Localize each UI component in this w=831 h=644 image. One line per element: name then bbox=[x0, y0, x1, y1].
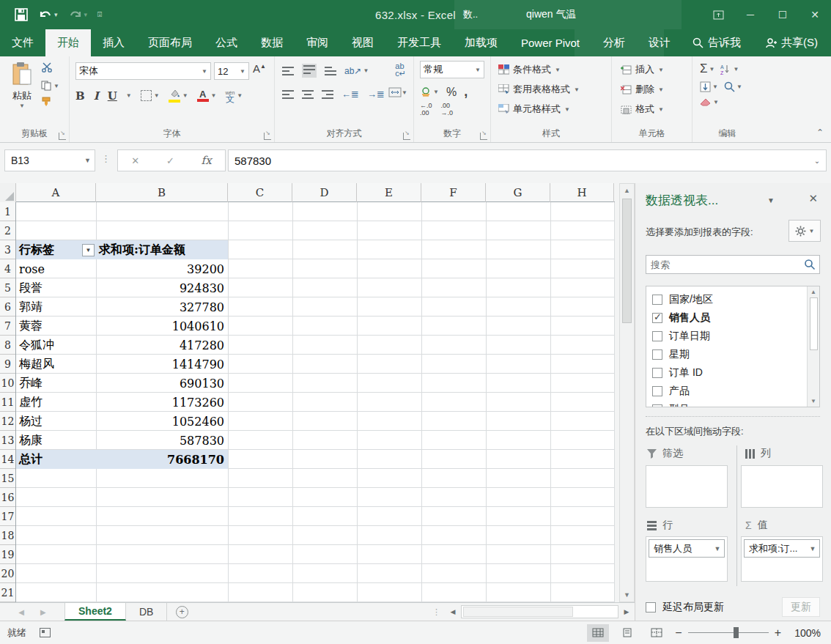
row-header[interactable]: 5 bbox=[0, 278, 15, 297]
scroll-up-icon[interactable]: ▲ bbox=[810, 286, 816, 297]
redo-button[interactable]: ▾ bbox=[68, 9, 88, 21]
checkbox[interactable] bbox=[652, 331, 662, 341]
scrollbar-resize-handle[interactable]: ⋮ bbox=[428, 603, 445, 621]
customize-qat-button[interactable]: ⍗ bbox=[97, 10, 102, 19]
collapse-ribbon-button[interactable]: ⌃ bbox=[816, 127, 824, 138]
pivot-row[interactable]: 段誉924830 bbox=[16, 278, 228, 297]
font-size-combo[interactable]: 12▼ bbox=[214, 62, 249, 80]
sheet-tab-db[interactable]: DB bbox=[126, 603, 167, 621]
column-header-d[interactable]: D bbox=[292, 183, 357, 202]
tab-power-pivot[interactable]: Power Pivot bbox=[509, 29, 591, 56]
row-header[interactable]: 21 bbox=[0, 583, 15, 602]
row-header[interactable]: 4 bbox=[0, 259, 15, 278]
sort-filter-button[interactable]: AZ ▼ bbox=[720, 64, 739, 75]
defer-layout-checkbox[interactable] bbox=[646, 602, 656, 612]
field-item-model[interactable]: 型号 bbox=[646, 400, 807, 407]
tell-me-box[interactable]: 告诉我 bbox=[682, 29, 751, 56]
pill-dropdown-caret[interactable]: ▼ bbox=[806, 545, 819, 552]
align-middle-button[interactable] bbox=[302, 64, 317, 78]
row-header[interactable]: 11 bbox=[0, 393, 15, 412]
tab-pivottable-design[interactable]: 设计 bbox=[637, 29, 682, 56]
align-right-icon[interactable] bbox=[322, 90, 333, 99]
row-header[interactable]: 10 bbox=[0, 374, 15, 393]
column-header-e[interactable]: E bbox=[357, 183, 421, 202]
tab-review[interactable]: 审阅 bbox=[295, 29, 340, 56]
pane-close-icon[interactable]: ✕ bbox=[808, 192, 818, 205]
pivot-row[interactable]: 杨康587830 bbox=[16, 431, 228, 450]
cell-area[interactable]: 行标签 ▼ 求和项:订单金额 rose39200 段誉924830 郭靖3277… bbox=[16, 202, 615, 602]
underline-dropdown-caret[interactable]: ▼ bbox=[126, 92, 132, 99]
pivot-row[interactable]: 虚竹1173260 bbox=[16, 393, 228, 412]
field-list-scroll-thumb[interactable] bbox=[810, 297, 818, 350]
filters-drop-area[interactable] bbox=[646, 465, 728, 508]
name-box-dropdown-caret[interactable]: ▼ bbox=[80, 157, 95, 164]
format-painter-button[interactable] bbox=[41, 97, 59, 109]
scroll-down-icon[interactable]: ▼ bbox=[810, 396, 816, 407]
field-item-country[interactable]: 国家/地区 bbox=[646, 290, 807, 308]
number-dialog-launcher[interactable] bbox=[480, 133, 487, 140]
grow-font-button[interactable]: A▲ bbox=[253, 62, 266, 75]
column-header-h[interactable]: H bbox=[550, 183, 614, 202]
tab-file[interactable]: 文件 bbox=[0, 29, 45, 56]
field-search-input[interactable] bbox=[646, 259, 804, 270]
pill-dropdown-caret[interactable]: ▼ bbox=[711, 545, 724, 552]
alignment-dialog-launcher[interactable] bbox=[403, 133, 410, 140]
delete-cells-button[interactable]: 删除▼ bbox=[621, 83, 664, 96]
align-top-icon[interactable] bbox=[282, 67, 294, 75]
vertical-scroll-thumb[interactable] bbox=[622, 199, 632, 323]
field-item-salesperson[interactable]: 销售人员 bbox=[646, 308, 807, 327]
checkbox[interactable] bbox=[652, 349, 662, 360]
decrease-indent-icon[interactable]: ←≣ bbox=[341, 89, 359, 100]
comma-style-button[interactable]: , bbox=[464, 84, 468, 100]
zoom-in-button[interactable]: + bbox=[775, 626, 781, 640]
find-select-button[interactable]: ▼ bbox=[724, 81, 742, 92]
tools-button[interactable]: ▼ bbox=[788, 220, 821, 242]
format-as-table-button[interactable]: 套用表格格式▼ bbox=[498, 83, 580, 96]
horizontal-scroll-thumb[interactable] bbox=[463, 607, 573, 617]
row-header[interactable]: 15 bbox=[0, 469, 15, 488]
insert-cells-button[interactable]: 插入▼ bbox=[621, 63, 664, 76]
row-header[interactable]: 16 bbox=[0, 488, 15, 507]
row-header[interactable]: 19 bbox=[0, 545, 15, 564]
columns-drop-area[interactable] bbox=[741, 465, 823, 508]
field-list-scrollbar[interactable]: ▲ ▼ bbox=[807, 286, 819, 407]
row-header[interactable]: 18 bbox=[0, 526, 15, 545]
pivot-row[interactable]: rose39200 bbox=[16, 259, 228, 278]
rows-drop-area[interactable]: 销售人员▼ bbox=[646, 536, 728, 582]
tab-home[interactable]: 开始 bbox=[45, 29, 91, 56]
conditional-formatting-button[interactable]: 条件格式▼ bbox=[498, 63, 580, 76]
column-header-c[interactable]: C bbox=[228, 183, 292, 202]
accounting-format-button[interactable]: ▼ bbox=[420, 87, 439, 97]
close-button[interactable]: ✕ bbox=[799, 0, 831, 29]
share-button[interactable]: 共享(S) bbox=[765, 29, 818, 56]
row-header[interactable]: 1 bbox=[0, 202, 15, 221]
bold-button[interactable]: B bbox=[75, 89, 85, 103]
cell-styles-button[interactable]: 单元格样式▼ bbox=[498, 103, 580, 116]
pivot-row[interactable]: 杨过1052460 bbox=[16, 412, 228, 431]
paste-button[interactable]: 粘贴 ▼ bbox=[6, 62, 38, 109]
row-header[interactable]: 2 bbox=[0, 221, 15, 240]
field-item-product[interactable]: 产品 bbox=[646, 382, 807, 400]
column-header-f[interactable]: F bbox=[421, 183, 486, 202]
select-all-corner[interactable] bbox=[0, 183, 16, 202]
row-header[interactable]: 12 bbox=[0, 412, 15, 431]
account-user-name[interactable]: qiwen 气温 bbox=[526, 0, 576, 29]
minimize-button[interactable]: ─ bbox=[734, 0, 767, 29]
tab-page-layout[interactable]: 页面布局 bbox=[136, 29, 204, 56]
orientation-button[interactable]: ab↗▼ bbox=[344, 66, 369, 76]
filter-dropdown-button[interactable]: ▼ bbox=[82, 244, 95, 256]
zoom-slider[interactable] bbox=[688, 632, 769, 633]
row-header[interactable]: 3 bbox=[0, 240, 15, 259]
zoom-level[interactable]: 100% bbox=[788, 627, 821, 639]
borders-button[interactable]: ▼ bbox=[141, 90, 160, 101]
scroll-up-icon[interactable]: ▲ bbox=[624, 184, 630, 197]
zoom-slider-thumb[interactable] bbox=[734, 627, 739, 638]
column-header-b[interactable]: B bbox=[96, 183, 228, 202]
name-box[interactable]: B13 ▼ bbox=[4, 149, 95, 171]
increase-decimal-button[interactable]: ←.0.00 bbox=[420, 102, 432, 116]
row-header[interactable]: 20 bbox=[0, 564, 15, 583]
column-header-a[interactable]: A bbox=[16, 183, 96, 202]
row-header[interactable]: 14 bbox=[0, 450, 15, 469]
row-header[interactable]: 17 bbox=[0, 507, 15, 526]
percent-style-button[interactable]: % bbox=[446, 86, 457, 99]
